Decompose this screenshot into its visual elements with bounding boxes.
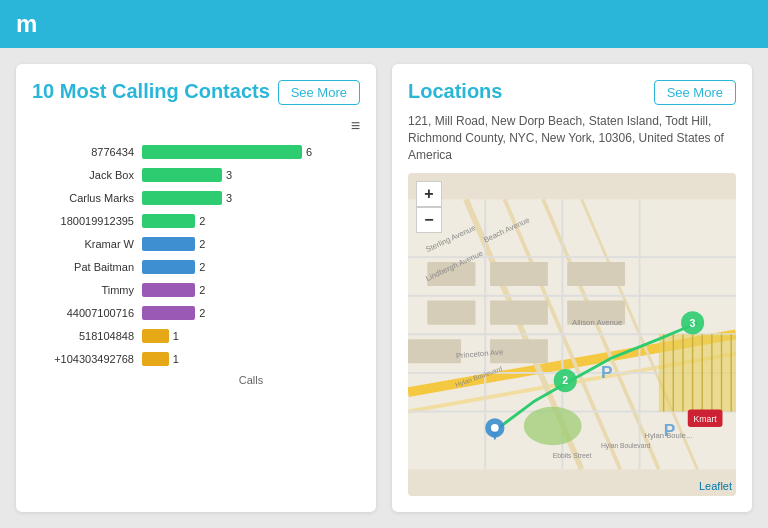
- svg-point-32: [524, 407, 582, 446]
- bar-value-label: 2: [199, 238, 205, 250]
- bar-label: +104303492768: [32, 353, 142, 365]
- map-controls: + −: [416, 181, 442, 233]
- svg-text:3: 3: [690, 317, 696, 329]
- bar-row: 87764346: [32, 143, 360, 161]
- bar-value-label: 6: [306, 146, 312, 158]
- map-container: Sterling Avenue Beach Avenue Lindbergh A…: [408, 173, 736, 496]
- location-address: 121, Mill Road, New Dorp Beach, Staten I…: [408, 113, 736, 163]
- bar-fill: [142, 329, 169, 343]
- bar-fill: [142, 306, 195, 320]
- bar-value-label: 3: [226, 169, 232, 181]
- bar-wrapper: 1: [142, 329, 360, 343]
- chart-axis-label: Calls: [32, 374, 360, 386]
- main-content: 10 Most Calling Contacts See More ≡ 8776…: [0, 48, 768, 528]
- bar-value-label: 2: [199, 307, 205, 319]
- svg-rect-18: [490, 301, 548, 325]
- svg-text:2: 2: [562, 375, 568, 387]
- bar-fill: [142, 283, 195, 297]
- svg-text:Hylan Boulevard: Hylan Boulevard: [601, 443, 651, 451]
- left-see-more-button[interactable]: See More: [278, 80, 360, 105]
- bar-wrapper: 2: [142, 306, 360, 320]
- bar-row: +1043034927681: [32, 350, 360, 368]
- bar-label: Kramar W: [32, 238, 142, 250]
- right-panel-header: Locations See More: [408, 80, 736, 105]
- bar-value-label: 1: [173, 353, 179, 365]
- bar-label: Carlus Marks: [32, 192, 142, 204]
- bar-value-label: 1: [173, 330, 179, 342]
- bar-fill: [142, 352, 169, 366]
- app-header: m: [0, 0, 768, 48]
- bar-row: Jack Box3: [32, 166, 360, 184]
- bar-label: 8776434: [32, 146, 142, 158]
- hamburger-icon[interactable]: ≡: [32, 117, 360, 135]
- bar-label: 518104848: [32, 330, 142, 342]
- left-panel-title: 10 Most Calling Contacts: [32, 80, 270, 103]
- bar-fill: [142, 168, 222, 182]
- bar-fill: [142, 191, 222, 205]
- bar-value-label: 3: [226, 192, 232, 204]
- svg-point-46: [491, 424, 499, 432]
- right-panel: Locations See More 121, Mill Road, New D…: [392, 64, 752, 512]
- bar-label: Jack Box: [32, 169, 142, 181]
- bar-row: 5181048481: [32, 327, 360, 345]
- svg-text:Ebbits Street: Ebbits Street: [553, 452, 592, 459]
- bar-label: Timmy: [32, 284, 142, 296]
- right-see-more-button[interactable]: See More: [654, 80, 736, 105]
- svg-rect-21: [408, 340, 461, 364]
- bar-wrapper: 2: [142, 237, 360, 251]
- bar-row: 1800199123952: [32, 212, 360, 230]
- bar-fill: [142, 260, 195, 274]
- bar-wrapper: 3: [142, 168, 360, 182]
- bar-fill: [142, 237, 195, 251]
- svg-rect-17: [490, 262, 548, 286]
- bar-fill: [142, 145, 302, 159]
- bar-wrapper: 2: [142, 283, 360, 297]
- bar-label: 44007100716: [32, 307, 142, 319]
- bar-wrapper: 2: [142, 214, 360, 228]
- bar-wrapper: 3: [142, 191, 360, 205]
- bar-row: Kramar W2: [32, 235, 360, 253]
- bar-row: 440071007162: [32, 304, 360, 322]
- bar-value-label: 2: [199, 261, 205, 273]
- bar-wrapper: 1: [142, 352, 360, 366]
- bar-fill: [142, 214, 195, 228]
- bar-value-label: 2: [199, 215, 205, 227]
- right-panel-title: Locations: [408, 80, 502, 103]
- bar-row: Timmy2: [32, 281, 360, 299]
- bar-label: 180019912395: [32, 215, 142, 227]
- svg-rect-19: [567, 262, 625, 286]
- left-panel-header: 10 Most Calling Contacts See More: [32, 80, 360, 105]
- bar-row: Pat Baitman2: [32, 258, 360, 276]
- app-logo: m: [16, 10, 37, 38]
- bar-chart: 87764346Jack Box3Carlus Marks31800199123…: [32, 143, 360, 368]
- svg-rect-16: [427, 301, 475, 325]
- zoom-in-button[interactable]: +: [416, 181, 442, 207]
- svg-rect-23: [659, 335, 736, 412]
- bar-label: Pat Baitman: [32, 261, 142, 273]
- bar-row: Carlus Marks3: [32, 189, 360, 207]
- svg-text:Kmart: Kmart: [694, 414, 718, 424]
- svg-text:Allison Avenue: Allison Avenue: [572, 318, 622, 327]
- map-svg: Sterling Avenue Beach Avenue Lindbergh A…: [408, 173, 736, 496]
- svg-text:P: P: [601, 362, 613, 382]
- bar-wrapper: 2: [142, 260, 360, 274]
- bar-value-label: 2: [199, 284, 205, 296]
- leaflet-attribution: Leaflet: [699, 480, 732, 492]
- svg-text:P: P: [664, 420, 676, 440]
- bar-wrapper: 6: [142, 145, 360, 159]
- zoom-out-button[interactable]: −: [416, 207, 442, 233]
- left-panel: 10 Most Calling Contacts See More ≡ 8776…: [16, 64, 376, 512]
